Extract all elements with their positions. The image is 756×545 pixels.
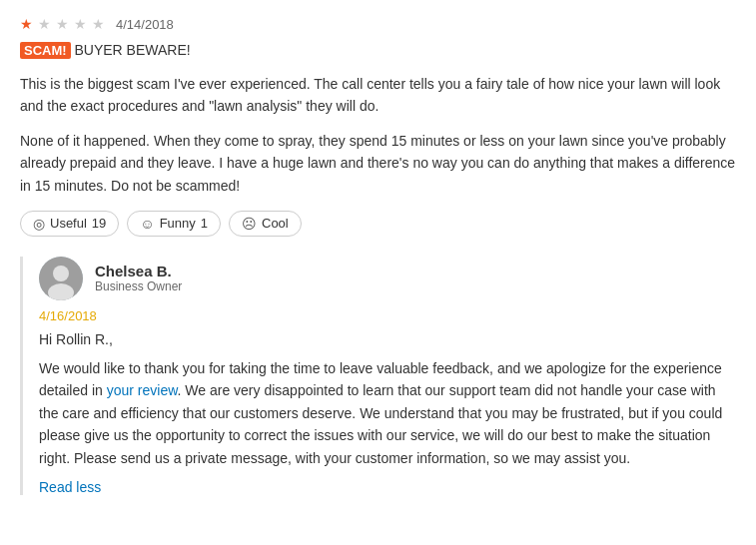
review-body: This is the biggest scam I've ever exper… (20, 73, 736, 197)
review-title: SCAM! BUYER BEWARE! (20, 40, 736, 61)
review-date: 4/14/2018 (116, 17, 174, 32)
funny-icon: ☺ (140, 216, 154, 232)
cool-label: Cool (262, 216, 289, 231)
response-body: We would like to thank you for taking th… (39, 357, 736, 469)
rating-row: ★ ★ ★ ★ ★ 4/14/2018 (20, 16, 736, 32)
useful-count: 19 (92, 216, 106, 231)
your-review-link[interactable]: your review (107, 382, 178, 398)
funny-count: 1 (201, 216, 208, 231)
cool-icon: ☹ (242, 216, 257, 232)
avatar (39, 257, 83, 300)
svg-point-1 (53, 266, 69, 281)
owner-info: Chelsea B. Business Owner (95, 263, 182, 293)
owner-name: Chelsea B. (95, 263, 182, 279)
useful-icon: ◎ (33, 216, 45, 232)
review-section: ★ ★ ★ ★ ★ 4/14/2018 SCAM! BUYER BEWARE! … (20, 16, 736, 511)
review-body-p2: None of it happened. When they come to s… (20, 130, 736, 197)
review-body-p1: This is the biggest scam I've ever exper… (20, 73, 736, 118)
business-owner-header: Chelsea B. Business Owner (39, 257, 736, 300)
star-4: ★ (74, 16, 90, 32)
read-less-link[interactable]: Read less (39, 479, 101, 495)
star-5: ★ (92, 16, 108, 32)
star-2: ★ (38, 16, 54, 32)
business-response: Chelsea B. Business Owner 4/16/2018 Hi R… (20, 257, 736, 495)
star-1: ★ (20, 16, 36, 32)
useful-label: Useful (50, 216, 87, 231)
funny-button[interactable]: ☺ Funny 1 (127, 211, 221, 237)
response-greeting: Hi Rollin R., (39, 331, 736, 347)
scam-badge: SCAM! (20, 42, 71, 59)
star-3: ★ (56, 16, 72, 32)
owner-role: Business Owner (95, 279, 182, 293)
useful-button[interactable]: ◎ Useful 19 (20, 211, 119, 237)
star-rating: ★ ★ ★ ★ ★ (20, 16, 108, 32)
review-title-rest: BUYER BEWARE! (71, 42, 191, 58)
response-date: 4/16/2018 (39, 308, 736, 323)
reaction-buttons: ◎ Useful 19 ☺ Funny 1 ☹ Cool (20, 211, 736, 237)
funny-label: Funny (160, 216, 196, 231)
cool-button[interactable]: ☹ Cool (229, 211, 302, 237)
